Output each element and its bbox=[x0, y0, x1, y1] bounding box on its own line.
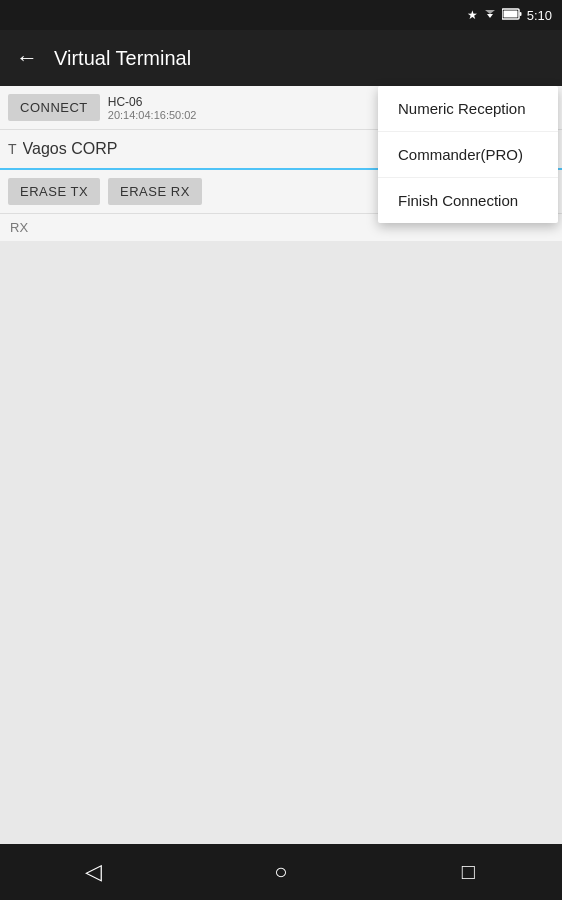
erase-tx-button[interactable]: ERASE TX bbox=[8, 178, 100, 205]
connect-button[interactable]: CONNECT bbox=[8, 94, 100, 121]
nav-home-button[interactable]: ○ bbox=[251, 852, 311, 892]
back-button[interactable]: ← bbox=[16, 45, 38, 71]
nav-recent-button[interactable]: □ bbox=[438, 852, 498, 892]
svg-marker-0 bbox=[487, 14, 493, 18]
status-time: 5:10 bbox=[527, 8, 552, 23]
svg-rect-4 bbox=[503, 10, 517, 17]
device-mac: 20:14:04:16:50:02 bbox=[108, 109, 403, 121]
device-name: HC-06 bbox=[108, 95, 403, 109]
status-bar: ★ 5:10 bbox=[0, 0, 562, 30]
menu-item-numeric-reception[interactable]: Numeric Reception bbox=[378, 86, 558, 132]
wifi-icon bbox=[483, 8, 497, 23]
nav-bar: ◁ ○ □ bbox=[0, 844, 562, 900]
erase-rx-button[interactable]: ERASE RX bbox=[108, 178, 202, 205]
main-content bbox=[0, 241, 562, 827]
svg-marker-1 bbox=[485, 10, 495, 14]
battery-icon bbox=[502, 8, 522, 23]
tx-label: T bbox=[8, 141, 17, 157]
nav-back-button[interactable]: ◁ bbox=[64, 852, 124, 892]
device-info: HC-06 20:14:04:16:50:02 bbox=[108, 95, 403, 121]
menu-item-finish-connection[interactable]: Finish Connection bbox=[378, 178, 558, 223]
app-title: Virtual Terminal bbox=[54, 47, 546, 70]
app-bar: ← Virtual Terminal bbox=[0, 30, 562, 86]
dropdown-menu: Numeric Reception Commander(PRO) Finish … bbox=[378, 86, 558, 223]
bluetooth-icon: ★ bbox=[467, 8, 478, 22]
menu-item-commander-pro[interactable]: Commander(PRO) bbox=[378, 132, 558, 178]
status-icons: ★ 5:10 bbox=[467, 8, 552, 23]
svg-rect-3 bbox=[519, 12, 521, 16]
